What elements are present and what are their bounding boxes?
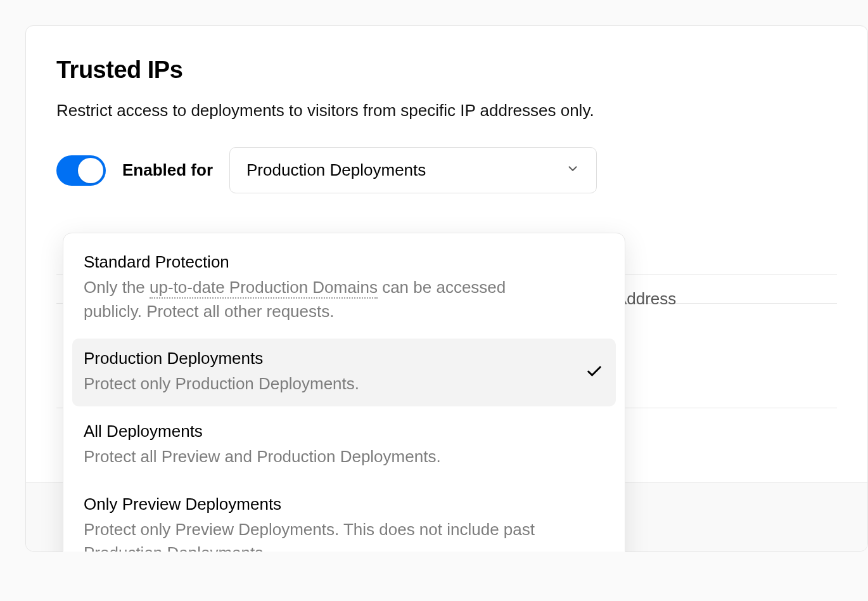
page-title: Trusted IPs [56, 56, 837, 84]
enable-row: Enabled for Production Deployments [56, 147, 837, 193]
chevron-down-icon [566, 160, 580, 180]
option-title: Production Deployments [84, 349, 604, 368]
option-standard-protection[interactable]: Standard Protection Only the up-to-date … [72, 242, 616, 333]
enable-toggle[interactable] [56, 155, 106, 186]
option-all-deployments[interactable]: All Deployments Protect all Preview and … [72, 411, 616, 479]
select-value: Production Deployments [246, 160, 426, 180]
option-only-preview-deployments[interactable]: Only Preview Deployments Protect only Pr… [72, 484, 616, 552]
option-description: Protect only Preview Deployments. This d… [84, 518, 565, 552]
enable-label: Enabled for [122, 160, 213, 180]
option-description: Protect all Preview and Production Deplo… [84, 445, 565, 469]
deployment-select[interactable]: Production Deployments [229, 147, 597, 193]
trusted-ips-card: Trusted IPs Restrict access to deploymen… [25, 25, 868, 552]
deployment-dropdown: Standard Protection Only the up-to-date … [63, 233, 625, 552]
option-description: Only the up-to-date Production Domains c… [84, 276, 565, 323]
option-production-deployments[interactable]: Production Deployments Protect only Prod… [72, 339, 616, 406]
option-title: Standard Protection [84, 252, 604, 272]
option-title: Only Preview Deployments [84, 494, 604, 514]
toggle-knob [78, 158, 103, 183]
option-description: Protect only Production Deployments. [84, 372, 565, 396]
link-production-domains[interactable]: up-to-date Production Domains [150, 278, 378, 299]
option-title: All Deployments [84, 422, 604, 441]
check-icon [585, 363, 603, 383]
page-description: Restrict access to deployments to visito… [56, 99, 837, 122]
